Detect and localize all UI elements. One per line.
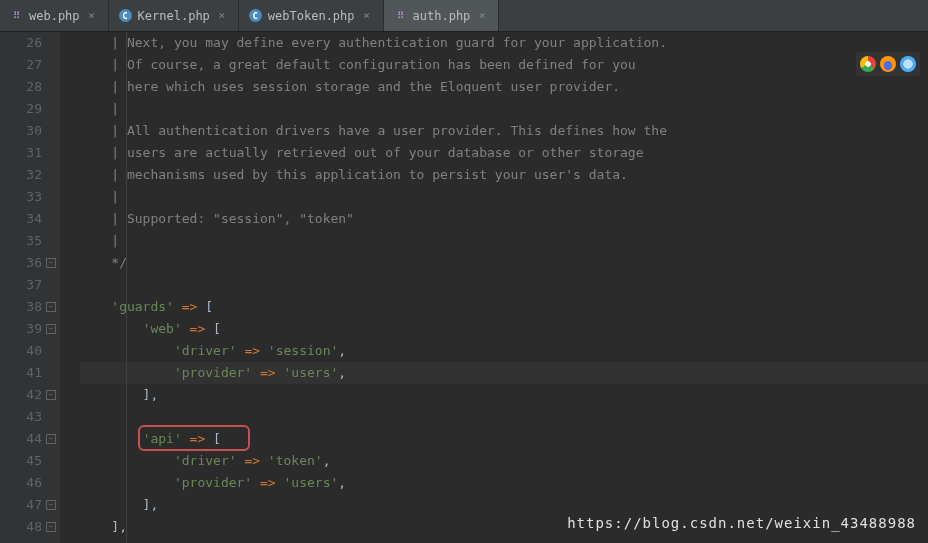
line-number: 28 xyxy=(0,76,42,98)
line-number: 43 xyxy=(0,406,42,428)
code-line[interactable]: ], xyxy=(80,494,928,516)
php-file-icon: ⠿ xyxy=(10,9,23,22)
code-line[interactable]: | Of course, a great default configurati… xyxy=(80,54,928,76)
line-number: 44− xyxy=(0,428,42,450)
line-number: 30 xyxy=(0,120,42,142)
tab-webToken-php[interactable]: CwebToken.php× xyxy=(239,0,384,31)
line-number: 38− xyxy=(0,296,42,318)
line-number: 47− xyxy=(0,494,42,516)
code-line[interactable]: 'guards' => [ xyxy=(80,296,928,318)
line-number: 41 xyxy=(0,362,42,384)
code-line[interactable]: 'api' => [ xyxy=(80,428,928,450)
line-number: 40 xyxy=(0,340,42,362)
code-line[interactable]: */ xyxy=(80,252,928,274)
line-number: 34 xyxy=(0,208,42,230)
tab-label: auth.php xyxy=(413,9,471,23)
code-line[interactable]: 'provider' => 'users', xyxy=(80,472,928,494)
fold-marker-icon[interactable]: − xyxy=(46,258,56,268)
line-number: 33 xyxy=(0,186,42,208)
code-line[interactable]: | users are actually retrieved out of yo… xyxy=(80,142,928,164)
fold-marker-icon[interactable]: − xyxy=(46,390,56,400)
code-line[interactable]: 'web' => [ xyxy=(80,318,928,340)
line-number: 36− xyxy=(0,252,42,274)
line-gutter: 2627282930313233343536−3738−39−404142−43… xyxy=(0,32,60,543)
php-file-icon: C xyxy=(119,9,132,22)
code-line[interactable]: 'provider' => 'users', xyxy=(80,362,928,384)
code-line[interactable]: | Supported: "session", "token" xyxy=(80,208,928,230)
tab-label: Kernel.php xyxy=(138,9,210,23)
line-number: 42− xyxy=(0,384,42,406)
fold-marker-icon[interactable]: − xyxy=(46,522,56,532)
code-area[interactable]: | Next, you may define every authenticat… xyxy=(60,32,928,543)
line-number: 45 xyxy=(0,450,42,472)
code-line[interactable]: 'driver' => 'session', xyxy=(80,340,928,362)
safari-icon[interactable] xyxy=(900,56,916,72)
tab-bar: ⠿web.php×CKernel.php×CwebToken.php×⠿auth… xyxy=(0,0,928,32)
code-line[interactable]: | All authentication drivers have a user… xyxy=(80,120,928,142)
code-editor[interactable]: 2627282930313233343536−3738−39−404142−43… xyxy=(0,32,928,543)
line-number: 32 xyxy=(0,164,42,186)
line-number: 39− xyxy=(0,318,42,340)
tab-Kernel-php[interactable]: CKernel.php× xyxy=(109,0,239,31)
firefox-icon[interactable] xyxy=(880,56,896,72)
line-number: 26 xyxy=(0,32,42,54)
code-line[interactable]: 'driver' => 'token', xyxy=(80,450,928,472)
code-line[interactable]: ], xyxy=(80,384,928,406)
line-number: 48− xyxy=(0,516,42,538)
tab-label: webToken.php xyxy=(268,9,355,23)
fold-marker-icon[interactable]: − xyxy=(46,500,56,510)
line-number: 31 xyxy=(0,142,42,164)
php-file-icon: ⠿ xyxy=(394,9,407,22)
line-number: 35 xyxy=(0,230,42,252)
fold-guide xyxy=(126,32,127,543)
close-icon[interactable]: × xyxy=(86,10,98,22)
code-line[interactable]: | xyxy=(80,186,928,208)
close-icon[interactable]: × xyxy=(361,10,373,22)
code-line[interactable]: ], xyxy=(80,516,928,538)
line-number: 46 xyxy=(0,472,42,494)
line-number: 29 xyxy=(0,98,42,120)
code-line[interactable]: | xyxy=(80,98,928,120)
php-file-icon: C xyxy=(249,9,262,22)
code-line[interactable]: | Next, you may define every authenticat… xyxy=(80,32,928,54)
chrome-icon[interactable] xyxy=(860,56,876,72)
line-number: 27 xyxy=(0,54,42,76)
fold-marker-icon[interactable]: − xyxy=(46,324,56,334)
code-line[interactable]: | mechanisms used by this application to… xyxy=(80,164,928,186)
code-line[interactable]: | xyxy=(80,230,928,252)
close-icon[interactable]: × xyxy=(476,10,488,22)
code-line[interactable] xyxy=(80,274,928,296)
tab-web-php[interactable]: ⠿web.php× xyxy=(0,0,109,31)
browser-icon-bar xyxy=(856,52,920,76)
code-line[interactable]: | here which uses session storage and th… xyxy=(80,76,928,98)
fold-marker-icon[interactable]: − xyxy=(46,302,56,312)
line-number: 37 xyxy=(0,274,42,296)
close-icon[interactable]: × xyxy=(216,10,228,22)
tab-auth-php[interactable]: ⠿auth.php× xyxy=(384,0,500,31)
fold-marker-icon[interactable]: − xyxy=(46,434,56,444)
code-line[interactable] xyxy=(80,406,928,428)
tab-label: web.php xyxy=(29,9,80,23)
